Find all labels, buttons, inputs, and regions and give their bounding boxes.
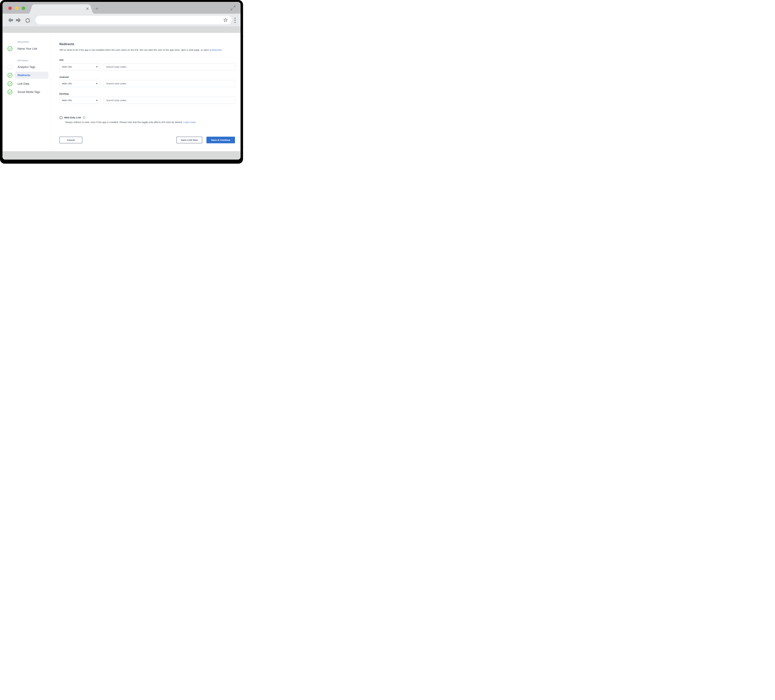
check-circle-icon <box>7 46 12 51</box>
bookmark-star-icon[interactable] <box>223 18 228 22</box>
new-tab-icon[interactable]: + <box>94 6 100 11</box>
save-and-continue-button[interactable]: Save & Continue <box>206 137 235 143</box>
sidebar-item-label: Link Data <box>18 82 29 85</box>
redirects-panel: Redirects Tell us what to do if the app … <box>51 33 241 151</box>
browser-tab[interactable] <box>27 4 95 13</box>
sidebar-group-required: REQUIRED <box>18 41 29 43</box>
android-redirect-url-input[interactable]: branch.io/qr-codes <box>103 80 235 87</box>
browser-menu-icon[interactable] <box>234 18 236 23</box>
chevron-down-icon: ▼ <box>96 66 98 68</box>
sidebar: REQUIRED Name Your Link OPTIONAL Analyti… <box>2 33 51 151</box>
browser-window: ✕ + <box>2 2 241 160</box>
input-value: branch.io/qr-codes <box>106 99 126 102</box>
desktop-redirect-type-select[interactable]: Web URL ▼ <box>59 97 100 104</box>
input-value: branch.io/qr-codes <box>106 65 126 68</box>
web-only-link-description: Always redirect to web, even if the app … <box>65 121 196 123</box>
web-only-description-text: Always redirect to web, even if the app … <box>65 121 183 123</box>
sidebar-item-label: Redirects <box>18 74 30 77</box>
window-frame: ✕ + <box>0 0 243 163</box>
page-footer-band <box>2 151 241 160</box>
reload-icon[interactable] <box>25 18 30 23</box>
input-value: branch.io/qr-codes <box>106 82 126 85</box>
expand-window-icon[interactable] <box>230 5 236 11</box>
tab-bar: ✕ + <box>2 2 241 13</box>
page-header-band <box>2 27 241 33</box>
forward-icon[interactable] <box>15 18 21 22</box>
learn-more-link[interactable]: Learn more <box>183 121 196 123</box>
android-redirect-type-select[interactable]: Web URL ▼ <box>59 80 100 87</box>
sidebar-item-redirects[interactable]: Redirects <box>2 73 51 78</box>
selected-value: Web URL <box>62 65 72 68</box>
sidebar-item-analytics-tags[interactable]: Analytics Tags <box>2 65 51 70</box>
screenshot: ✕ + <box>0 0 243 163</box>
sidebar-item-social-media-tags[interactable]: Social Media Tags <box>2 90 51 95</box>
web-only-link-label: Web-Only Link <box>64 116 81 119</box>
sidebar-item-label: Social Media Tags <box>18 90 40 94</box>
close-window-button[interactable] <box>8 7 12 10</box>
sidebar-item-link-data[interactable]: Link Data <box>2 81 51 86</box>
sidebar-group-optional: OPTIONAL <box>18 60 29 62</box>
check-circle-icon <box>7 73 12 78</box>
page-title: Redirects <box>59 42 74 46</box>
browser-toolbar <box>2 13 241 27</box>
save-link-now-button[interactable]: Save Link Now <box>176 137 202 143</box>
section-label-ios: iOS <box>59 58 63 62</box>
close-tab-icon[interactable]: ✕ <box>85 7 90 11</box>
section-label-android: Android <box>59 76 68 78</box>
back-icon[interactable] <box>8 18 13 22</box>
zoom-window-button[interactable] <box>22 7 25 10</box>
ios-redirect-type-select[interactable]: Web URL ▼ <box>59 63 100 70</box>
cancel-button[interactable]: Cancel <box>59 137 82 143</box>
chevron-down-icon: ▼ <box>96 83 98 85</box>
empty-circle-icon <box>7 65 12 70</box>
info-icon[interactable] <box>83 116 86 119</box>
sidebar-item-label: Name Your Link <box>18 47 37 50</box>
sidebar-item-name-your-link[interactable]: Name Your Link <box>2 46 51 51</box>
ios-redirect-url-input[interactable]: branch.io/qr-codes <box>103 63 235 70</box>
page-content: REQUIRED Name Your Link OPTIONAL Analyti… <box>2 33 241 151</box>
desktop-redirect-url-input[interactable]: branch.io/qr-codes <box>103 97 235 104</box>
sidebar-item-label: Analytics Tags <box>18 65 35 69</box>
selected-value: Web URL <box>62 82 72 85</box>
check-circle-icon <box>7 90 12 95</box>
deepview-link[interactable]: deepview. <box>211 48 222 51</box>
check-circle-icon <box>7 81 12 86</box>
page-description-text: Tell us what to do if the app is not ins… <box>59 48 211 51</box>
section-label-desktop: Desktop <box>59 92 69 95</box>
page-description: Tell us what to do if the app is not ins… <box>59 48 222 51</box>
minimize-window-button[interactable] <box>15 7 18 10</box>
chevron-down-icon: ▼ <box>96 99 98 102</box>
selected-value: Web URL <box>62 99 72 102</box>
url-bar[interactable] <box>35 16 232 24</box>
web-only-link-checkbox[interactable] <box>60 116 62 119</box>
web-only-link-row: Web-Only Link <box>60 116 86 119</box>
